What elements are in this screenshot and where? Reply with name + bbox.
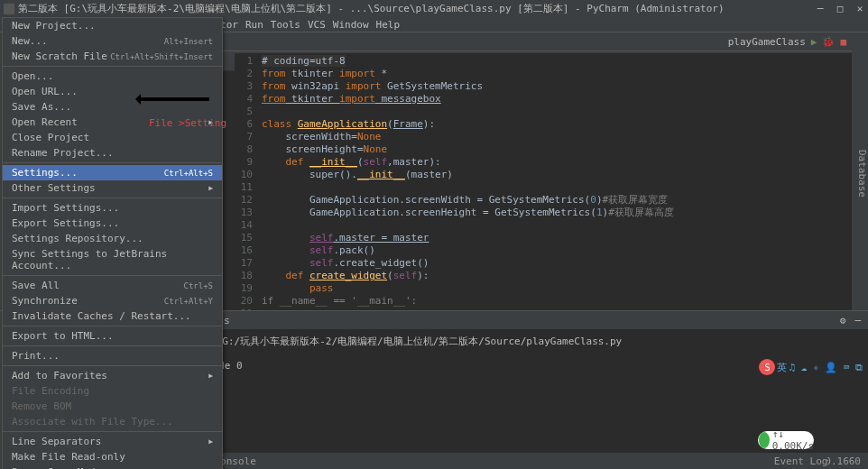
minimize-panel-icon[interactable]: ─	[854, 315, 861, 326]
menu-item-export-to-html-[interactable]: Export to HTML...	[3, 328, 222, 344]
menu-item-line-separators[interactable]: Line Separators▶	[3, 434, 222, 449]
menu-item-save-all[interactable]: Save AllCtrl+S	[3, 278, 222, 293]
menu-item-invalidate-caches-restart-[interactable]: Invalidate Caches / Restart...	[3, 308, 222, 324]
sogou-icon: S	[759, 359, 775, 375]
event-log[interactable]: Event Log	[774, 455, 828, 467]
input-method-badge[interactable]: S 英 ♫ ☁ ✧ 👤 ⌨ ⧉	[759, 359, 863, 375]
menu-item-file-encoding: File Encoding	[3, 383, 222, 399]
menu-vcs[interactable]: VCS	[308, 19, 326, 31]
gear-icon[interactable]: ⚙	[840, 315, 846, 326]
menu-item-export-settings-[interactable]: Export Settings...	[3, 216, 222, 231]
menu-item-power-save-mode[interactable]: Power Save Mode	[3, 464, 222, 469]
speed-text: ↑↓ 0.00K/s	[772, 428, 814, 452]
stop-icon[interactable]: ■	[840, 36, 846, 48]
menu-item-make-file-read-only[interactable]: Make File Read-only	[3, 449, 222, 464]
menu-item-print-[interactable]: Print...	[3, 348, 222, 363]
menu-item-settings-repository-[interactable]: Settings Repository...	[3, 231, 222, 246]
minimize-button[interactable]: ─	[816, 3, 825, 14]
network-speed-widget[interactable]: ↑↓ 0.00K/s	[758, 431, 814, 449]
menu-item-associate-with-file-type-: Associate with File Type...	[3, 414, 222, 429]
menu-item-rename-project-[interactable]: Rename Project...	[3, 145, 222, 161]
menu-item-save-as-[interactable]: Save As...	[3, 99, 222, 115]
menu-item-open-[interactable]: Open...	[3, 69, 222, 84]
menu-item-settings-[interactable]: Settings...Ctrl+Alt+S	[3, 165, 222, 180]
run-icon[interactable]: ▶	[811, 36, 817, 48]
code-editor[interactable]: 123456789101112131415161718192021 # codi…	[235, 53, 852, 310]
run-config-selector[interactable]: playGameClass	[728, 36, 806, 48]
ime-lang: 英	[777, 361, 787, 374]
menu-item-new-[interactable]: New...Alt+Insert	[3, 33, 222, 49]
close-button[interactable]: ✕	[855, 3, 864, 14]
database-tool-tab[interactable]: Database	[856, 150, 868, 198]
menu-window[interactable]: Window	[333, 19, 369, 31]
line-gutter: 123456789101112131415161718192021	[235, 53, 258, 320]
debug-icon[interactable]: 🐞	[822, 36, 835, 48]
menu-item-synchronize[interactable]: SynchronizeCtrl+Alt+Y	[3, 293, 222, 308]
window-title: 第二版本 [G:\玩具小车最新版本-2\电脑编程\电脑上位机\第二版本] - .…	[18, 2, 725, 15]
menu-item-new-scratch-file[interactable]: New Scratch FileCtrl+Alt+Shift+Insert	[3, 49, 222, 64]
menu-item-add-to-favorites[interactable]: Add to Favorites▶	[3, 368, 222, 383]
menu-tools[interactable]: Tools	[271, 19, 300, 31]
code-content[interactable]: # coding=utf-8 from tkinter import * fro…	[262, 55, 674, 308]
annotation-arrow	[137, 97, 209, 101]
window-controls: ─ □ ✕	[816, 3, 864, 14]
menu-item-remove-bom: Remove BOM	[3, 399, 222, 414]
menu-item-other-settings[interactable]: Other Settings▶	[3, 180, 222, 196]
right-tool-sidebar[interactable]: Database	[852, 33, 868, 310]
menu-item-sync-settings-to-jetbrains-account-[interactable]: Sync Settings to JetBrains Account...	[3, 246, 222, 273]
menu-item-close-project[interactable]: Close Project	[3, 130, 222, 145]
menu-help[interactable]: Help	[376, 19, 401, 31]
file-menu-dropdown: New Project...New...Alt+InsertNew Scratc…	[2, 17, 223, 469]
app-icon	[4, 4, 14, 14]
window-title-bar: 第二版本 [G:\玩具小车最新版本-2\电脑编程\电脑上位机\第二版本] - .…	[0, 0, 868, 17]
annotation-text: File >Setting	[149, 117, 226, 129]
menu-item-new-project-[interactable]: New Project...	[3, 18, 222, 33]
menu-item-import-settings-[interactable]: Import Settings...	[3, 200, 222, 216]
wifi-icon	[759, 432, 770, 448]
maximize-button[interactable]: □	[836, 3, 845, 14]
menu-run[interactable]: Run	[245, 19, 263, 31]
